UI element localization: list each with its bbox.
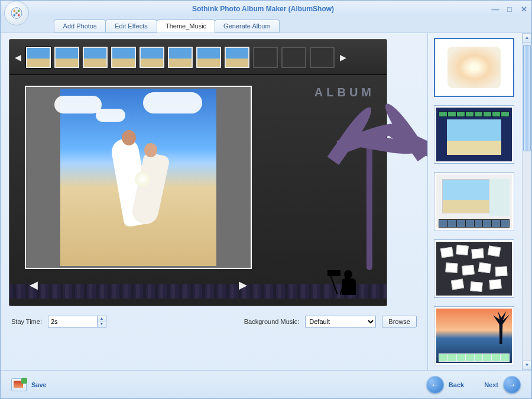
theme-list <box>428 33 522 370</box>
theme-item[interactable] <box>434 38 514 97</box>
minimize-button[interactable]: — <box>491 5 499 14</box>
app-window: Sothink Photo Album Maker (AlbumShow) — … <box>0 0 532 399</box>
tab-generate-album[interactable]: Generate Album <box>215 20 280 33</box>
svg-point-4 <box>18 14 20 17</box>
filmstrip-thumb[interactable] <box>196 47 221 68</box>
stay-time-down-button[interactable]: ▼ <box>98 322 106 327</box>
tab-add-photos[interactable]: Add Photos <box>54 20 106 33</box>
filmstrip-thumb[interactable] <box>54 47 79 68</box>
filmstrip-prev-button[interactable]: ◀ <box>13 53 22 62</box>
tab-edit-effects[interactable]: Edit Effects <box>105 20 157 33</box>
preview-next-button[interactable]: ▶ <box>239 278 247 291</box>
bg-music-select[interactable]: Default <box>305 316 376 327</box>
theme-scrollbar[interactable]: ▲ ▼ <box>522 33 531 370</box>
album-watermark-label: ALBUM <box>314 86 375 99</box>
save-icon <box>11 378 27 391</box>
filmstrip-thumb[interactable] <box>168 47 193 68</box>
arrow-right-icon: → <box>503 376 521 394</box>
theme-item[interactable] <box>434 239 514 299</box>
next-label: Next <box>484 381 498 388</box>
stay-time-spinner[interactable]: ▲ ▼ <box>48 316 106 327</box>
filmstrip-thumb[interactable] <box>140 47 164 68</box>
scroll-track[interactable] <box>523 43 531 361</box>
window-title: Sothink Photo Album Maker (AlbumShow) <box>35 5 491 13</box>
filmstrip-next-button[interactable]: ▶ <box>338 53 348 62</box>
wizard-footer: Save ← Back Next → <box>1 370 531 398</box>
theme-item[interactable] <box>434 105 514 164</box>
filmstrip-thumb[interactable] <box>83 47 108 68</box>
save-label: Save <box>31 381 47 388</box>
arrow-left-icon: ← <box>426 376 444 394</box>
photographer-silhouette <box>326 264 368 295</box>
palm-tree-graphic <box>325 140 372 270</box>
bg-music-label: Background Music: <box>244 318 300 325</box>
preview-photo <box>60 89 216 266</box>
svg-point-1 <box>14 10 16 12</box>
app-logo-icon <box>4 1 29 25</box>
tab-theme-music[interactable]: Theme_Music <box>157 20 215 33</box>
filmstrip-thumb[interactable] <box>225 47 249 68</box>
filmstrip-slot-empty[interactable] <box>253 47 278 68</box>
main-panel: ◀ ▶ <box>1 33 427 370</box>
filmstrip-thumb[interactable] <box>111 47 136 68</box>
scroll-thumb[interactable] <box>523 45 531 151</box>
close-button[interactable]: ✕ <box>520 5 528 14</box>
theme-controls-row: Stay Time: ▲ ▼ Background Music: Default… <box>9 306 419 331</box>
filmstrip-thumb[interactable] <box>26 47 51 68</box>
next-button[interactable]: Next → <box>484 376 521 394</box>
album-preview-stage: ◀ ▶ <box>9 39 387 306</box>
svg-point-5 <box>15 12 18 14</box>
theme-item[interactable] <box>434 172 514 231</box>
stage-body: ALBUM ◀ ▶ <box>9 75 387 306</box>
scroll-down-button[interactable]: ▼ <box>523 361 531 370</box>
browse-music-button[interactable]: Browse <box>382 316 417 327</box>
filmstrip-slot-empty[interactable] <box>281 47 306 68</box>
theme-item[interactable] <box>434 306 514 365</box>
back-button[interactable]: ← Back <box>426 376 464 394</box>
tab-bar: Add Photos Edit Effects Theme_Music Gene… <box>1 17 531 33</box>
svg-point-2 <box>18 10 20 12</box>
titlebar: Sothink Photo Album Maker (AlbumShow) — … <box>1 1 531 17</box>
save-button[interactable]: Save <box>11 378 47 391</box>
stay-time-up-button[interactable]: ▲ <box>98 316 106 322</box>
back-label: Back <box>449 381 464 388</box>
scroll-up-button[interactable]: ▲ <box>523 33 531 43</box>
content-area: ◀ ▶ <box>1 33 531 370</box>
svg-point-3 <box>14 14 16 17</box>
preview-prev-button[interactable]: ◀ <box>30 278 38 291</box>
theme-list-panel: ▲ ▼ <box>427 33 531 370</box>
filmstrip-slot-empty[interactable] <box>310 47 335 68</box>
maximize-button[interactable]: □ <box>505 5 514 14</box>
preview-photo-frame <box>25 86 252 269</box>
stay-time-input[interactable] <box>48 316 98 327</box>
filmstrip: ◀ ▶ <box>9 40 387 75</box>
stay-time-label: Stay Time: <box>11 318 42 325</box>
